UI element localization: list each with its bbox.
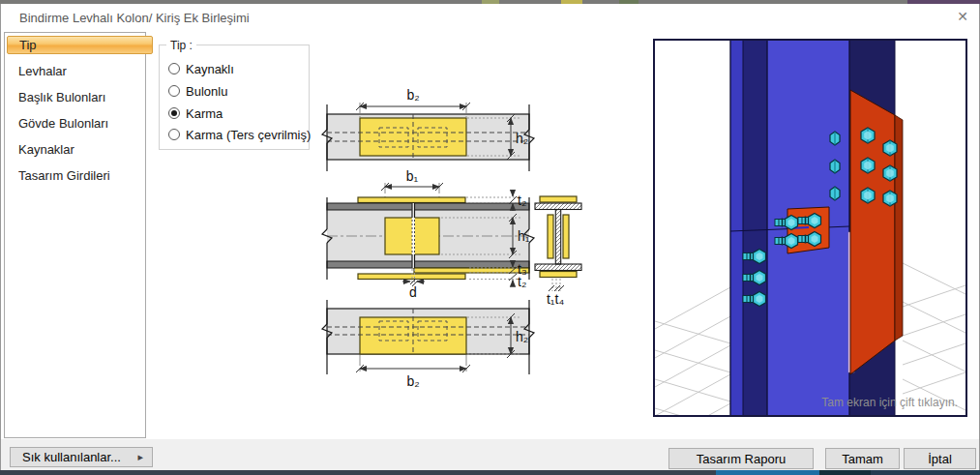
connection-dimension-drawing: b₂ h₂ b₁ bbox=[314, 77, 643, 397]
radio-icon[interactable] bbox=[168, 129, 180, 140]
dim-label-h2-top: h₂ bbox=[516, 131, 528, 146]
close-icon[interactable]: ✕ bbox=[952, 7, 973, 26]
radio-icon[interactable] bbox=[168, 63, 180, 74]
cancel-button[interactable]: İptal bbox=[904, 448, 976, 469]
dim-label-b2-top: b₂ bbox=[406, 87, 419, 103]
radio-kaynakli[interactable]: Kaynaklı bbox=[168, 61, 234, 76]
sidebar-item-tasarim-girdileri[interactable]: Tasarım Girdileri bbox=[7, 166, 153, 185]
sidebar-item-govde-bulonlari[interactable]: Gövde Bulonları bbox=[7, 114, 153, 133]
dim-label-t2-bottom: t₂ bbox=[518, 274, 526, 289]
design-report-button[interactable]: Tasarım Raporu bbox=[668, 448, 814, 469]
background-pixel-seg bbox=[819, 470, 871, 475]
sidebar-item-kaynaklar[interactable]: Kaynaklar bbox=[7, 140, 153, 159]
radio-label: Karma bbox=[186, 106, 223, 121]
dim-label-t2-top: t₂ bbox=[518, 193, 526, 208]
dialog-title: Bindirme Levhalı Kolon/ Kiriş Ek Birleşi… bbox=[19, 11, 250, 25]
dim-label-b1: b₁ bbox=[406, 168, 419, 184]
background-pixel-seg bbox=[716, 470, 819, 475]
sidebar-item-baslik-bulonlari[interactable]: Başlık Bulonları bbox=[7, 88, 153, 106]
sidebar-item-levhalar[interactable]: Levhalar bbox=[7, 62, 153, 80]
radio-label: Karma (Ters çevrilmiş) bbox=[186, 128, 311, 142]
dim-label-t1t4: t₁t₄ bbox=[547, 291, 565, 307]
sidebar-item-tip[interactable]: Tip bbox=[7, 36, 153, 54]
radio-label: Bulonlu bbox=[186, 84, 227, 99]
preview-3d-render bbox=[655, 41, 965, 415]
background-pixel-seg bbox=[871, 470, 980, 475]
preview-caption: Tam ekran için çift tıklayın. bbox=[821, 396, 958, 409]
dim-label-h2-bottom: h₂ bbox=[516, 329, 528, 344]
screen: Bindirme Levhalı Kolon/ Kiriş Ek Birleşi… bbox=[0, 0, 980, 475]
favorites-split-button[interactable]: Sık kullanılanlar... ▸ bbox=[10, 447, 153, 467]
favorites-label: Sık kullanılanlar... bbox=[22, 450, 121, 464]
radio-bulonlu[interactable]: Bulonlu bbox=[168, 83, 227, 99]
dim-label-d: d bbox=[409, 284, 417, 300]
preview-3d-panel[interactable]: Tam ekran için çift tıklayın. bbox=[653, 39, 967, 417]
flange-splice-plate bbox=[850, 90, 903, 374]
dim-label-h1: h₁ bbox=[518, 228, 530, 244]
plan-bottom-view: h₂ b₂ bbox=[322, 300, 534, 389]
radio-icon[interactable] bbox=[168, 85, 180, 97]
ok-button[interactable]: Tamam bbox=[825, 448, 900, 469]
radio-karma[interactable]: Karma bbox=[168, 105, 223, 121]
tip-group-title: Tip : bbox=[166, 39, 196, 52]
section-view: t₁t₄ bbox=[535, 196, 581, 307]
elevation-view: b₁ bbox=[322, 168, 534, 300]
radio-karma-ters[interactable]: Karma (Ters çevrilmiş) bbox=[168, 127, 311, 142]
radio-label: Kaynaklı bbox=[186, 62, 234, 76]
sidebar: Tip Levhalar Başlık Bulonları Gövde Bulo… bbox=[4, 32, 146, 438]
background-bottom-strip bbox=[0, 470, 980, 475]
favorites-arrow-icon[interactable]: ▸ bbox=[137, 451, 143, 463]
dim-label-b2-bottom: b₂ bbox=[406, 373, 419, 389]
plan-top-view: b₂ h₂ bbox=[322, 87, 534, 171]
side-flange-bolts bbox=[743, 250, 766, 307]
radio-icon-selected[interactable] bbox=[168, 107, 180, 119]
